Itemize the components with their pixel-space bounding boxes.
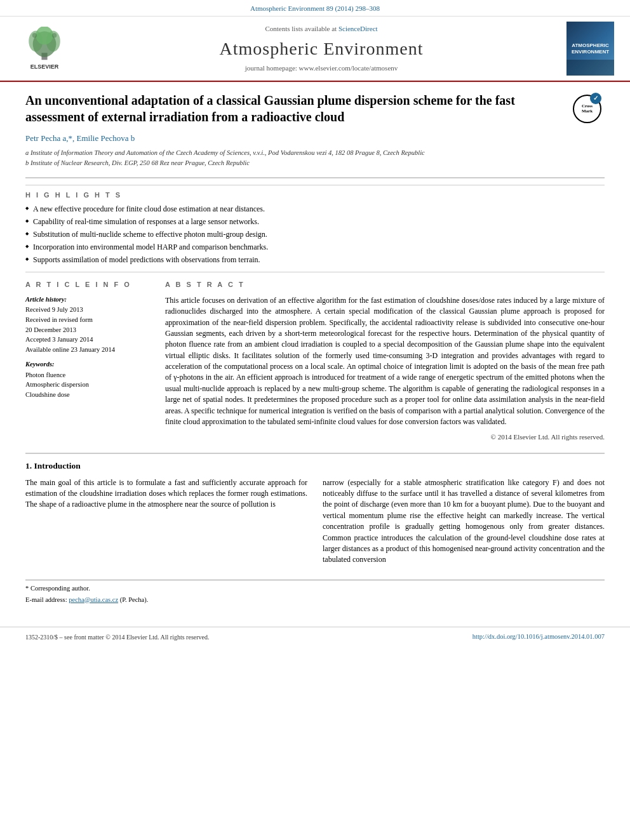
- elsevier-logo: ELSEVIER: [13, 27, 76, 71]
- cover-image: ATMOSPHERIC ENVIRONMENT: [566, 22, 614, 76]
- highlight-item-4: Incorporation into environmental model H…: [25, 242, 605, 253]
- authors: Petr Pecha a,*, Emilie Pechova b: [25, 133, 560, 144]
- intro-col-left: The main goal of this article is to form…: [25, 477, 307, 571]
- highlight-item-2: Capability of real-time simulation of re…: [25, 217, 605, 227]
- article-info-heading: A R T I C L E I N F O: [25, 280, 152, 290]
- keyword-2: Atmospheric dispersion: [25, 380, 152, 390]
- affiliation-b: b Institute of Nuclear Research, Div. EG…: [25, 159, 560, 168]
- journal-homepage: journal homepage: www.elsevier.com/locat…: [76, 63, 566, 73]
- divider-1: [25, 177, 605, 178]
- article-title-text: An unconventional adaptation of a classi…: [25, 92, 573, 170]
- corresponding-author-note: * Corresponding author.: [25, 584, 605, 594]
- elsevier-tree-icon: [22, 27, 67, 62]
- crossmark-label: CrossMark: [582, 104, 593, 114]
- crossmark: ✓ CrossMark: [573, 92, 605, 170]
- email-link[interactable]: pecha@utia.cas.cz: [69, 596, 118, 603]
- keywords-section: Keywords: Photon fluence Atmospheric dis…: [25, 360, 152, 400]
- doi-anchor[interactable]: http://dx.doi.org/10.1016/j.atmosenv.201…: [473, 633, 605, 640]
- revised-date-display: 20 December 2013: [25, 326, 152, 335]
- email-note: E-mail address: pecha@utia.cas.cz (P. Pe…: [25, 596, 605, 605]
- doi-link[interactable]: http://dx.doi.org/10.1016/j.atmosenv.201…: [473, 632, 605, 642]
- keywords-label: Keywords:: [25, 360, 152, 370]
- science-direct-link: Contents lists available at ScienceDirec…: [76, 24, 566, 34]
- journal-center: Contents lists available at ScienceDirec…: [76, 24, 566, 74]
- affiliation-a: a Institute of Information Theory and Au…: [25, 149, 560, 158]
- article-info-abstract: A R T I C L E I N F O Article history: R…: [25, 280, 605, 442]
- divider-2: [25, 453, 605, 454]
- keyword-1: Photon fluence: [25, 371, 152, 380]
- science-direct-anchor[interactable]: ScienceDirect: [338, 25, 378, 32]
- intro-paragraph-1: The main goal of this article is to form…: [25, 477, 307, 510]
- article-title: An unconventional adaptation of a classi…: [25, 92, 560, 125]
- available-date: Available online 23 January 2014: [25, 345, 152, 355]
- svg-point-4: [36, 27, 53, 44]
- footer-bar: 1352-2310/$ – see front matter © 2014 El…: [0, 627, 630, 647]
- crossmark-badge: ✓ CrossMark: [573, 95, 601, 123]
- abstract-heading: A B S T R A C T: [165, 280, 605, 290]
- keyword-3: Cloudshine dose: [25, 390, 152, 400]
- journal-cover: ATMOSPHERIC ENVIRONMENT: [566, 22, 617, 76]
- intro-paragraph-2: narrow (especially for a stable atmosphe…: [323, 477, 605, 566]
- journal-reference: Atmospheric Environment 89 (2014) 298–30…: [0, 0, 630, 17]
- introduction-columns: The main goal of this article is to form…: [25, 477, 605, 571]
- cover-skyline-decoration: [566, 60, 614, 76]
- abstract-text: This article focuses on derivation of an…: [165, 295, 605, 428]
- highlight-item-1: A new effective procedure for finite clo…: [25, 204, 605, 215]
- highlights-section: H I G H L I G H T S A new effective proc…: [25, 185, 605, 272]
- main-content: An unconventional adaptation of a classi…: [0, 82, 630, 617]
- highlight-item-5: Supports assimilation of model predictio…: [25, 255, 605, 265]
- intro-col-right: narrow (especially for a stable atmosphe…: [323, 477, 605, 571]
- copyright-text: © 2014 Elsevier Ltd. All rights reserved…: [165, 432, 605, 442]
- highlight-item-3: Substitution of multi-nuclide scheme to …: [25, 229, 605, 240]
- svg-point-6: [52, 33, 57, 37]
- introduction-section: 1. Introduction The main goal of this ar…: [25, 460, 605, 571]
- article-history-label: Article history:: [25, 295, 152, 305]
- footnote-section: * Corresponding author. E-mail address: …: [25, 580, 605, 604]
- svg-point-5: [32, 33, 37, 37]
- highlights-heading: H I G H L I G H T S: [25, 190, 605, 200]
- journal-header: ELSEVIER Contents lists available at Sci…: [0, 17, 630, 82]
- elsevier-label: ELSEVIER: [30, 63, 59, 71]
- abstract-col: A B S T R A C T This article focuses on …: [165, 280, 605, 442]
- introduction-title: 1. Introduction: [25, 460, 605, 472]
- received-revised-label: Received in revised form: [25, 316, 152, 325]
- journal-title: Atmospheric Environment: [76, 36, 566, 61]
- issn-text: 1352-2310/$ – see front matter © 2014 El…: [25, 633, 209, 642]
- article-info-col: A R T I C L E I N F O Article history: R…: [25, 280, 152, 442]
- received-date: Received 9 July 2013: [25, 305, 152, 315]
- article-title-section: An unconventional adaptation of a classi…: [25, 92, 605, 170]
- crossmark-check-icon: ✓: [590, 93, 601, 104]
- accepted-date: Accepted 3 January 2014: [25, 335, 152, 345]
